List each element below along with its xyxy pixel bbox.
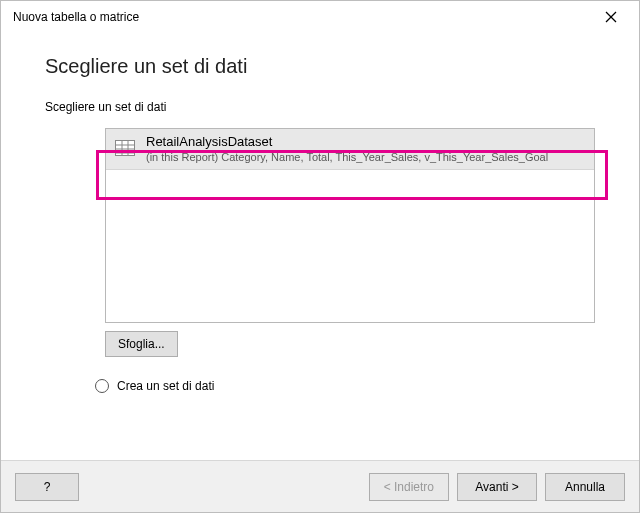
dataset-list-wrap: RetailAnalysisDataset (in this Report) C… bbox=[105, 128, 595, 323]
dataset-listbox[interactable]: RetailAnalysisDataset (in this Report) C… bbox=[105, 128, 595, 323]
cancel-button[interactable]: Annulla bbox=[545, 473, 625, 501]
page-subheading: Scegliere un set di dati bbox=[45, 100, 601, 114]
dataset-fields: (in this Report) Category, Name, Total, … bbox=[146, 150, 586, 164]
dataset-icon bbox=[114, 137, 136, 159]
radio-icon[interactable] bbox=[95, 379, 109, 393]
content-area: Scegliere un set di dati Scegliere un se… bbox=[1, 31, 639, 393]
window-title: Nuova tabella o matrice bbox=[13, 10, 591, 24]
next-button[interactable]: Avanti > bbox=[457, 473, 537, 501]
dataset-name: RetailAnalysisDataset bbox=[146, 134, 586, 150]
dataset-item[interactable]: RetailAnalysisDataset (in this Report) C… bbox=[106, 129, 594, 170]
create-dataset-label: Crea un set di dati bbox=[117, 379, 214, 393]
help-button[interactable]: ? bbox=[15, 473, 79, 501]
back-button: < Indietro bbox=[369, 473, 449, 501]
dialog-footer: ? < Indietro Avanti > Annulla bbox=[1, 460, 639, 512]
close-button[interactable] bbox=[591, 11, 631, 23]
close-icon bbox=[605, 11, 617, 23]
titlebar: Nuova tabella o matrice bbox=[1, 1, 639, 31]
dataset-text: RetailAnalysisDataset (in this Report) C… bbox=[146, 134, 586, 164]
page-heading: Scegliere un set di dati bbox=[45, 55, 601, 78]
browse-button[interactable]: Sfoglia... bbox=[105, 331, 178, 357]
dialog-window: Nuova tabella o matrice Scegliere un set… bbox=[0, 0, 640, 513]
create-dataset-option[interactable]: Crea un set di dati bbox=[95, 379, 601, 393]
browse-row: Sfoglia... bbox=[105, 331, 601, 357]
